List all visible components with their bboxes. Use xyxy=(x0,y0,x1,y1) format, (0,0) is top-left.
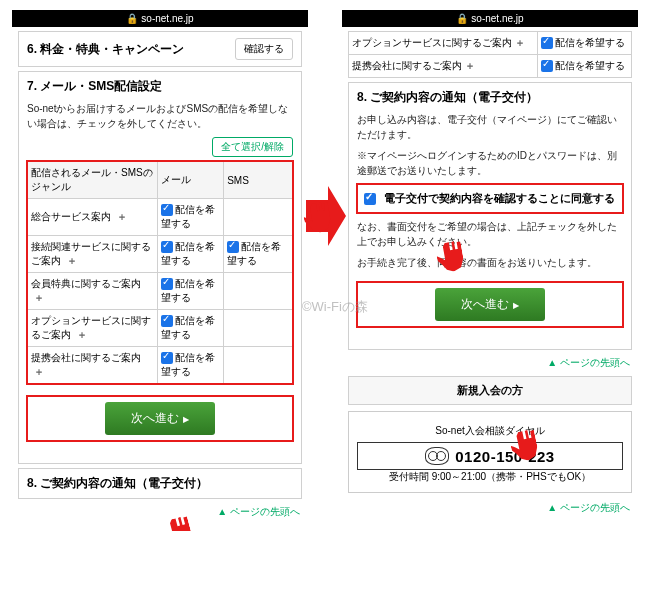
table-row: 総合サービス案内 ＋配信を希望する xyxy=(28,199,293,236)
newjoin-box: So-net入会相談ダイヤル 0120-150-223 受付時間 9:00～21… xyxy=(348,411,632,493)
plus-icon[interactable]: ＋ xyxy=(512,37,528,48)
checkbox[interactable] xyxy=(541,60,553,72)
lock-icon: 🔒 xyxy=(456,13,468,24)
freedial-icon xyxy=(425,447,449,465)
page-top-link[interactable]: ▲ ページの先頭へ xyxy=(342,499,638,517)
domain: so-net.ne.jp xyxy=(141,13,193,24)
p3: なお、書面交付をご希望の場合は、上記チェックを外した上でお申し込みください。 xyxy=(357,219,623,249)
checkbox[interactable] xyxy=(541,37,553,49)
domain: so-net.ne.jp xyxy=(471,13,523,24)
svg-marker-0 xyxy=(306,186,346,246)
address-bar: 🔒so-net.ne.jp xyxy=(342,10,638,27)
page-top-link[interactable]: ▲ ページの先頭へ xyxy=(342,354,638,372)
checkbox[interactable] xyxy=(227,241,239,253)
lock-icon: 🔒 xyxy=(126,13,138,24)
plus-icon[interactable]: ＋ xyxy=(31,292,47,303)
next-wrap: 次へ進む xyxy=(27,396,293,441)
hours: 受付時間 9:00～21:00（携帯・PHSでもOK） xyxy=(357,470,623,484)
section-6-title: 6. 料金・特典・キャンペーン xyxy=(27,41,184,58)
plus-icon[interactable]: ＋ xyxy=(31,366,47,377)
table-row: 提携会社に関するご案内＋ xyxy=(349,55,538,78)
th-genre: 配信されるメール・SMSのジャンル xyxy=(28,162,158,199)
checkbox[interactable] xyxy=(161,352,173,364)
right-screen: 🔒so-net.ne.jp オプションサービスに関するご案内＋配信を希望する 提… xyxy=(342,10,638,517)
tel-row: 0120-150-223 xyxy=(357,442,623,470)
left-screen: 🔒so-net.ne.jp 6. 料金・特典・キャンペーン 確認する 7. メー… xyxy=(12,10,308,521)
section-7-title: 7. メール・SMS配信設定 xyxy=(27,78,293,95)
checkbox[interactable] xyxy=(161,315,173,327)
plus-icon[interactable]: ＋ xyxy=(114,211,130,222)
table-row: オプションサービスに関するご案内＋ xyxy=(349,32,538,55)
section-6: 6. 料金・特典・キャンペーン 確認する xyxy=(18,31,302,67)
next-wrap: 次へ進む xyxy=(357,282,623,327)
agree-label: 電子交付で契約内容を確認することに同意する xyxy=(384,191,615,206)
agree-row: 電子交付で契約内容を確認することに同意する xyxy=(357,184,623,213)
agree-checkbox[interactable] xyxy=(364,193,376,205)
carryover-table: オプションサービスに関するご案内＋配信を希望する 提携会社に関するご案内＋配信を… xyxy=(348,31,632,78)
table-row: 会員特典に関するご案内 ＋配信を希望する xyxy=(28,273,293,310)
th-sms: SMS xyxy=(224,162,293,199)
plus-icon[interactable]: ＋ xyxy=(462,60,478,71)
table-row: 接続関連サービスに関するご案内 ＋配信を希望する配信を希望する xyxy=(28,236,293,273)
newjoin-head: 新規入会の方 xyxy=(348,376,632,405)
address-bar: 🔒so-net.ne.jp xyxy=(12,10,308,27)
next-button[interactable]: 次へ進む xyxy=(105,402,215,435)
highlight-table: 配信されるメール・SMSのジャンル メール SMS 総合サービス案内 ＋配信を希… xyxy=(27,161,293,384)
table-row: 提携会社に関するご案内 ＋配信を希望する xyxy=(28,347,293,384)
plus-icon[interactable]: ＋ xyxy=(64,255,80,266)
table-row: オプションサービスに関するご案内 ＋配信を希望する xyxy=(28,310,293,347)
arrow-icon xyxy=(306,186,344,246)
checkbox[interactable] xyxy=(161,241,173,253)
p2: ※マイページへログインするためのIDとパスワードは、別途郵送でお送りいたします。 xyxy=(357,148,623,178)
section-8-title: 8. ご契約内容の通知（電子交付） xyxy=(357,89,623,106)
checkbox[interactable] xyxy=(161,278,173,290)
plus-icon[interactable]: ＋ xyxy=(74,329,90,340)
newjoin-title: 新規入会の方 xyxy=(457,384,523,396)
p1: お申し込み内容は、電子交付（マイページ）にてご確認いただけます。 xyxy=(357,112,623,142)
phone-number: 0120-150-223 xyxy=(455,448,554,465)
toggle-all-button[interactable]: 全て選択/解除 xyxy=(212,137,293,157)
mail-sms-table: 配信されるメール・SMSのジャンル メール SMS 総合サービス案内 ＋配信を希… xyxy=(27,161,293,384)
section-7: 7. メール・SMS配信設定 So-netからお届けするメールおよびSMSの配信… xyxy=(18,71,302,464)
p4: お手続き完了後、同内容の書面をお送りいたします。 xyxy=(357,255,623,270)
section-8-left: 8. ご契約内容の通知（電子交付） xyxy=(18,468,302,499)
section-7-desc: So-netからお届けするメールおよびSMSの配信を希望しない場合は、チェックを… xyxy=(27,101,293,131)
confirm-button[interactable]: 確認する xyxy=(235,38,293,60)
section-8-title: 8. ご契約内容の通知（電子交付） xyxy=(27,475,208,492)
next-button[interactable]: 次へ進む xyxy=(435,288,545,321)
newjoin-sub: So-net入会相談ダイヤル xyxy=(357,424,623,438)
checkbox[interactable] xyxy=(161,204,173,216)
page-top-link[interactable]: ▲ ページの先頭へ xyxy=(12,503,308,521)
section-8-right: 8. ご契約内容の通知（電子交付） お申し込み内容は、電子交付（マイページ）にて… xyxy=(348,82,632,350)
th-mail: メール xyxy=(157,162,223,199)
